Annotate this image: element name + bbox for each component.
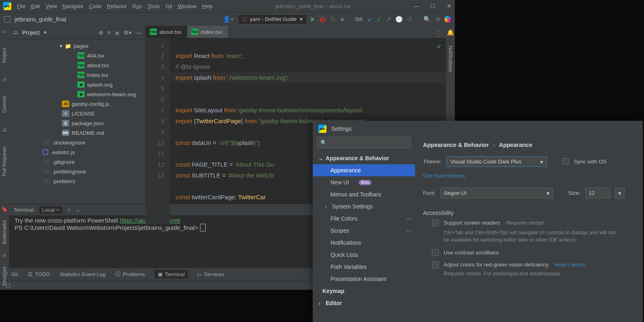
settings-node-quick-lists[interactable]: Quick Lists [313,249,415,261]
coverage-icon[interactable]: ⮱ [330,16,336,23]
run-icon[interactable] [311,17,315,22]
run-config-select[interactable]: ⬡ yarn - DotNet Guide ▾ [238,14,307,25]
toolwindow-git[interactable]: ᚶ Git [6,271,18,277]
settings-node-scopes[interactable]: Scopes▭ [313,225,415,237]
font-size-input[interactable]: 12 [585,188,610,198]
pullreq-tool-icon[interactable]: ⇊ [2,127,7,133]
tree-settings-icon[interactable]: ⚙▾ [124,29,132,36]
menu-code[interactable]: Code [89,3,101,9]
code-with-me-icon[interactable] [444,16,451,23]
menu-file[interactable]: File [17,3,25,9]
font-select[interactable]: Segoe UI▾ [440,188,553,198]
terminal-dropdown-icon[interactable]: ⌄ [76,207,80,213]
project-tool-label[interactable]: Project [2,46,7,64]
settings-search-input[interactable]: 🔍 [317,137,411,148]
tree-file[interactable]: TSX404.tsx [9,51,145,60]
menu-help[interactable]: Help [202,3,213,9]
font-size-stepper[interactable]: ▾ [615,188,625,198]
menu-run[interactable]: Run [132,3,142,9]
git-history-icon[interactable]: 🕘 [395,16,403,23]
tree-folder-pages[interactable]: ▾📁pages [9,41,145,51]
menu-edit[interactable]: Edit [31,3,40,9]
tree-file[interactable]: ·.prettierignore [9,167,145,176]
commit-tool-icon[interactable]: ⊘ [2,76,7,83]
tree-file[interactable]: ◆webstorm-beam.svg [9,89,145,99]
tree-file[interactable]: {}package.json [9,118,145,128]
settings-node-system[interactable]: ›System Settings [313,200,415,213]
chevron-down-icon[interactable]: ▾ [44,29,47,35]
user-icon[interactable]: 👤▾ [223,16,234,23]
maximize-icon[interactable]: ☐ [430,3,436,9]
menu-tools[interactable]: Tools [148,3,160,9]
collapse-all-icon[interactable]: ≣ [115,29,120,36]
tree-file[interactable]: ·.gitignore [9,157,145,167]
terminal-tab-local[interactable]: Local× [39,206,63,214]
inspection-ok-icon[interactable]: ✔ [437,41,442,52]
toolwindow-problems[interactable]: ⓘ Problems [115,270,145,278]
tabs-menu-icon[interactable]: ⋮ [431,29,446,38]
toolwindow-services[interactable]: ▷ Services [198,271,224,277]
tree-file[interactable]: MDREADME.md [9,128,145,138]
settings-node-keymap[interactable]: Keymap [313,285,415,297]
settings-node-notifications[interactable]: Notifications [313,237,415,249]
tree-file[interactable]: JSgatsby-config.js [9,99,145,109]
toolwindow-terminal[interactable]: ▣ Terminal [155,270,188,279]
git-update-icon[interactable]: ↙ [367,16,373,23]
undo-icon[interactable]: ↺ [407,16,412,23]
project-breadcrumb[interactable]: jetbrains_guide_final [14,16,66,23]
settings-node-appearance[interactable]: Appearance [313,164,415,176]
tree-file[interactable]: ≡LICENSE [9,109,145,118]
tree-file[interactable]: ·.dockerignore [9,138,145,147]
settings-node-file-colors[interactable]: File Colors▭ [313,213,415,225]
menu-git[interactable]: Git [165,3,172,9]
color-deficiency-checkbox[interactable] [432,262,439,268]
debug-icon[interactable]: 🐞 [319,16,326,23]
screen-reader-checkbox[interactable] [432,219,439,226]
pullreq-tool-label[interactable]: Pull Requests [2,145,7,178]
settings-node-menus[interactable]: Menus and Toolbars [313,188,415,200]
tree-file[interactable]: TSXindex.tsx [9,70,145,80]
sync-with-os-checkbox[interactable] [562,158,569,165]
tree-file[interactable]: TSXabout.tsx [9,60,145,70]
project-panel-title[interactable]: Project [22,29,40,36]
project-tool-icon[interactable]: ▭ [2,28,7,34]
toolwindow-stats[interactable]: Statistics Event Log [60,271,105,277]
tree-file[interactable]: ◆splash.svg [9,80,145,89]
search-everywhere-icon[interactable]: 🔍 [423,16,431,23]
structure-icon[interactable]: ≡ [3,252,6,258]
terminal-new-tab-icon[interactable]: ＋ [66,206,72,213]
menu-window[interactable]: Window [178,3,196,9]
settings-gear-icon[interactable]: ⚙ [435,16,440,23]
settings-node-path-vars[interactable]: Path Variables [313,261,415,273]
select-opened-icon[interactable]: ⊕ [99,29,103,36]
structure-label[interactable]: Structure [2,266,7,286]
git-push-icon[interactable]: ↗ [386,16,391,23]
hide-panel-icon[interactable]: — [136,29,141,36]
stop-icon[interactable]: ■ [341,16,344,23]
minimize-icon[interactable]: — [413,3,419,9]
tree-file[interactable]: .eslintrc.js [9,147,145,157]
get-more-themes-link[interactable]: Get more themes [423,173,465,179]
commit-tool-label[interactable]: Commit [2,95,7,114]
notifications-label[interactable]: Notifications [448,44,453,74]
menu-view[interactable]: View [45,3,57,9]
settings-node-appearance-behavior[interactable]: ⌄Appearance & Behavior [313,152,415,164]
toolwindow-todo[interactable]: ☰ TODO [28,271,50,277]
bookmarks-label[interactable]: Bookmarks [2,220,7,244]
bookmarks-icon[interactable]: 🔖 [1,206,8,212]
settings-node-editor[interactable]: ›Editor [313,297,415,309]
tree-file[interactable]: ·.prettierrc [9,176,145,186]
menu-refactor[interactable]: Refactor [107,3,127,9]
settings-node-presentation[interactable]: Presentation Assistant [313,273,415,285]
how-it-works-link[interactable]: How it works [555,262,586,268]
menu-navigate[interactable]: Navigate [62,3,83,9]
git-commit-icon[interactable]: ✓ [377,16,382,23]
expand-all-icon[interactable]: ≡ [107,29,111,36]
contrast-scrollbars-checkbox[interactable] [432,249,439,256]
theme-select[interactable]: Visual Studio Code Dark Plus▾ [446,156,547,167]
close-icon[interactable]: ✕ [447,3,452,9]
tab-index[interactable]: TSXindex.tsx [187,26,228,38]
bell-icon[interactable]: 🔔 [447,29,454,36]
tab-about[interactable]: TSXabout.tsx [146,26,187,38]
settings-node-new-ui[interactable]: New UI Beta [313,176,415,188]
